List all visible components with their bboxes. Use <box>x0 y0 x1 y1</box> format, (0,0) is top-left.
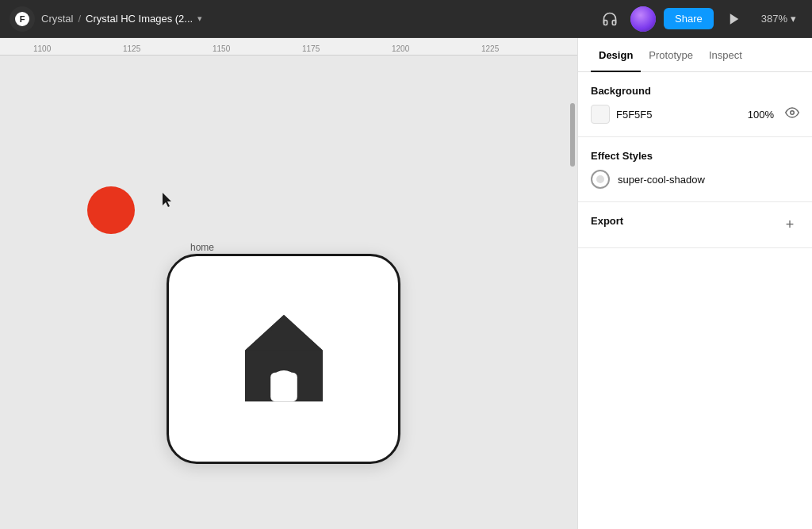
right-panel: Design Prototype Inspect Background F5F5… <box>577 38 812 529</box>
ruler-tick-1225: 1225 <box>481 44 499 53</box>
background-section-title: Background <box>591 85 799 97</box>
background-color-hex[interactable]: F5F5F5 <box>616 109 741 121</box>
background-row: F5F5F5 100% <box>591 105 799 124</box>
panel-tabs: Design Prototype Inspect <box>578 38 812 72</box>
tab-prototype[interactable]: Prototype <box>641 38 701 72</box>
red-circle[interactable] <box>87 186 135 234</box>
tab-inspect[interactable]: Inspect <box>701 38 750 72</box>
breadcrumb: Crystal / Crystal HC Images (2... ▾ <box>41 13 591 25</box>
ruler-tick-1125: 1125 <box>123 44 140 53</box>
effect-style-icon-inner <box>596 175 604 183</box>
tab-design[interactable]: Design <box>591 38 641 72</box>
home-card[interactable] <box>167 254 400 464</box>
breadcrumb-root: Crystal <box>41 13 73 25</box>
effect-style-icon <box>591 170 610 189</box>
export-section-title: Export <box>591 215 623 227</box>
export-header: Export + <box>591 215 799 235</box>
canvas[interactable]: 1100 1125 1150 1175 1200 1225 home <box>0 38 577 529</box>
zoom-level[interactable]: 387% ▾ <box>755 10 802 28</box>
home-frame-label: home <box>190 242 214 253</box>
zoom-chevron-icon: ▾ <box>791 13 796 25</box>
play-icon[interactable] <box>722 6 747 32</box>
export-add-button[interactable]: + <box>780 216 799 235</box>
canvas-content[interactable]: home <box>0 56 568 529</box>
visibility-toggle-icon[interactable] <box>785 105 799 123</box>
background-section: Background F5F5F5 100% <box>578 72 812 137</box>
breadcrumb-separator: / <box>78 13 81 25</box>
export-section: Export + <box>578 202 812 248</box>
ruler-horizontal: 1100 1125 1150 1175 1200 1225 <box>0 38 577 56</box>
topbar: F Crystal / Crystal HC Images (2... ▾ Sh… <box>0 0 812 38</box>
ruler-tick-1175: 1175 <box>302 44 320 53</box>
ruler-tick-1150: 1150 <box>213 44 230 53</box>
effect-style-row: super-cool-shadow <box>591 170 799 189</box>
home-icon <box>228 304 339 415</box>
avatar-image <box>630 6 656 32</box>
breadcrumb-chevron-icon[interactable]: ▾ <box>197 13 202 24</box>
background-opacity[interactable]: 100% <box>748 109 774 121</box>
user-avatar[interactable] <box>630 6 656 32</box>
cursor-arrow-icon <box>163 193 175 213</box>
breadcrumb-current: Crystal HC Images (2... <box>86 13 193 25</box>
background-color-swatch[interactable] <box>591 105 610 124</box>
share-button[interactable]: Share <box>664 8 714 29</box>
main-area: 1100 1125 1150 1175 1200 1225 home <box>0 38 812 529</box>
svg-marker-3 <box>247 319 320 350</box>
topbar-right: Share 387% ▾ <box>597 6 802 32</box>
scrollbar-thumb[interactable] <box>570 103 575 167</box>
headset-icon[interactable] <box>597 6 622 32</box>
svg-point-4 <box>791 111 795 115</box>
effect-styles-title: Effect Styles <box>591 150 799 162</box>
effect-styles-section: Effect Styles super-cool-shadow <box>578 137 812 202</box>
figma-logo[interactable]: F <box>10 6 35 32</box>
figma-logo-letter: F <box>20 14 25 24</box>
ruler-tick-1100: 1100 <box>33 44 51 53</box>
ruler-tick-1200: 1200 <box>392 44 409 53</box>
effect-style-name[interactable]: super-cool-shadow <box>618 174 705 186</box>
canvas-scrollbar[interactable] <box>568 56 577 529</box>
svg-marker-0 <box>730 13 739 25</box>
